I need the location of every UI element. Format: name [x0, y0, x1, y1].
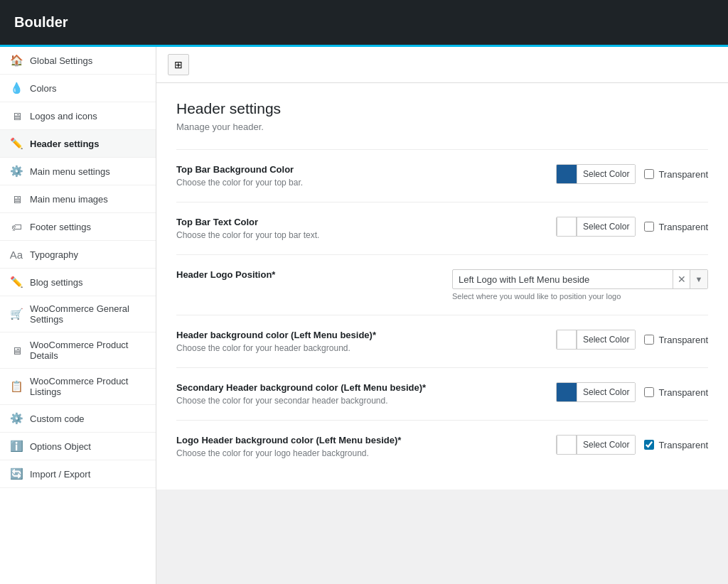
- sidebar-item-header-settings[interactable]: ✏️ Header settings: [0, 130, 156, 158]
- setting-label-header-logo-position: Header Logo Position*: [176, 269, 446, 280]
- transparent-label-logo-header-bg-color[interactable]: Transparent: [644, 440, 708, 450]
- color-label-header-bg-color: Select Color: [577, 330, 635, 349]
- setting-label-top-bar-text-color: Top Bar Text Color: [176, 217, 446, 227]
- sidebar-item-woocommerce-general[interactable]: 🛒 WooCommerce General Settings: [0, 296, 156, 332]
- sidebar-item-import-export[interactable]: 🔄 Import / Export: [0, 460, 156, 488]
- settings-row-header-bg-color: Header background color (Left Menu besid…: [176, 315, 708, 367]
- transparent-text-top-bar-text-color: Transparent: [658, 222, 708, 232]
- setting-label-secondary-header-bg-color: Secondary Header background color (Left …: [176, 382, 446, 393]
- color-label-top-bar-text-color: Select Color: [577, 217, 635, 236]
- sidebar-item-footer-settings[interactable]: 🏷 Footer settings: [0, 213, 156, 241]
- transparent-label-secondary-header-bg-color[interactable]: Transparent: [644, 387, 708, 398]
- color-btn-logo-header-bg-color[interactable]: Select Color: [556, 435, 636, 455]
- settings-rows: Top Bar Background Color Choose the colo…: [176, 149, 708, 472]
- transparent-checkbox-top-bar-bg-color[interactable]: [644, 169, 654, 179]
- sidebar-label-woocommerce-general: WooCommerce General Settings: [30, 303, 146, 325]
- sidebar-label-options-object: Options Object: [30, 441, 91, 452]
- grid-icon-button[interactable]: ⊞: [168, 54, 189, 75]
- color-swatch-header-bg-color: [557, 330, 577, 350]
- sidebar-item-main-menu-settings[interactable]: ⚙️ Main menu settings: [0, 158, 156, 185]
- top-bar: Boulder: [0, 0, 728, 47]
- settings-left-header-bg-color: Header background color (Left Menu besid…: [176, 330, 446, 353]
- app-title: Boulder: [14, 14, 68, 31]
- sidebar-label-global-settings: Global Settings: [30, 55, 92, 66]
- sidebar-icon-header-settings: ✏️: [10, 137, 23, 150]
- transparent-label-header-bg-color[interactable]: Transparent: [644, 335, 708, 345]
- select-field-header-logo-position: Left Logo with Left Menu besideCentered …: [452, 269, 708, 289]
- transparent-label-top-bar-bg-color[interactable]: Transparent: [644, 169, 708, 180]
- settings-right-logo-header-bg-color: Select ColorTransparent: [556, 435, 708, 455]
- transparent-checkbox-secondary-header-bg-color[interactable]: [644, 387, 654, 397]
- sidebar-label-woocommerce-product-details: WooCommerce Product Details: [30, 340, 146, 361]
- transparent-label-top-bar-text-color[interactable]: Transparent: [644, 222, 708, 232]
- setting-desc-top-bar-bg-color: Choose the color for your top bar.: [176, 178, 446, 188]
- sidebar-icon-typography: Aa: [10, 248, 23, 261]
- sidebar-item-blog-settings[interactable]: ✏️ Blog settings: [0, 269, 156, 296]
- color-btn-top-bar-text-color[interactable]: Select Color: [556, 217, 636, 237]
- settings-left-top-bar-text-color: Top Bar Text Color Choose the color for …: [176, 217, 446, 240]
- sidebar-item-logos-and-icons[interactable]: 🖥 Logos and icons: [0, 102, 156, 130]
- main-content: ⊞ Header settings Manage your header. To…: [156, 47, 728, 584]
- color-label-top-bar-bg-color: Select Color: [577, 165, 635, 183]
- sidebar-icon-options-object: ℹ️: [10, 440, 23, 453]
- sidebar-icon-colors: 💧: [10, 82, 23, 94]
- content-toolbar: ⊞: [156, 47, 728, 83]
- settings-row-top-bar-bg-color: Top Bar Background Color Choose the colo…: [176, 149, 708, 202]
- sidebar-icon-logos-and-icons: 🖥: [10, 109, 23, 122]
- sidebar-item-custom-code[interactable]: ⚙️ Custom code: [0, 405, 156, 433]
- sidebar-label-header-settings: Header settings: [30, 139, 100, 149]
- sidebar-label-main-menu-images: Main menu images: [30, 194, 108, 205]
- select-clear-header-logo-position[interactable]: ✕: [673, 270, 690, 288]
- content-body: Header settings Manage your header. Top …: [156, 83, 728, 490]
- setting-desc-logo-header-bg-color: Choose the color for your logo header ba…: [176, 448, 446, 458]
- sidebar-label-import-export: Import / Export: [30, 469, 90, 480]
- sidebar-label-typography: Typography: [30, 249, 78, 260]
- color-swatch-logo-header-bg-color: [557, 435, 577, 455]
- sidebar-item-typography[interactable]: Aa Typography: [0, 241, 156, 269]
- page-title: Header settings: [176, 100, 708, 117]
- color-btn-secondary-header-bg-color[interactable]: Select Color: [556, 382, 636, 402]
- color-label-logo-header-bg-color: Select Color: [577, 436, 635, 454]
- settings-left-top-bar-bg-color: Top Bar Background Color Choose the colo…: [176, 164, 446, 188]
- settings-right-top-bar-text-color: Select ColorTransparent: [556, 217, 708, 237]
- setting-label-top-bar-bg-color: Top Bar Background Color: [176, 164, 446, 175]
- color-btn-header-bg-color[interactable]: Select Color: [556, 330, 636, 350]
- page-subtitle: Manage your header.: [176, 121, 708, 132]
- sidebar-item-global-settings[interactable]: 🏠 Global Settings: [0, 47, 156, 75]
- setting-label-logo-header-bg-color: Logo Header background color (Left Menu …: [176, 435, 446, 445]
- sidebar-item-woocommerce-product-details[interactable]: 🖥 WooCommerce Product Details: [0, 332, 156, 369]
- select-input-header-logo-position[interactable]: Left Logo with Left Menu besideCentered …: [453, 274, 673, 285]
- sidebar-item-woocommerce-product-listings[interactable]: 📋 WooCommerce Product Listings: [0, 369, 156, 405]
- transparent-checkbox-header-bg-color[interactable]: [644, 335, 654, 345]
- sidebar-icon-footer-settings: 🏷: [10, 220, 23, 233]
- select-arrow-header-logo-position[interactable]: ▼: [690, 270, 707, 288]
- settings-right-top-bar-bg-color: Select ColorTransparent: [556, 164, 708, 184]
- sidebar-icon-custom-code: ⚙️: [10, 412, 23, 425]
- settings-row-logo-header-bg-color: Logo Header background color (Left Menu …: [176, 420, 708, 472]
- sidebar-icon-woocommerce-product-details: 🖥: [10, 344, 23, 357]
- transparent-text-logo-header-bg-color: Transparent: [658, 440, 708, 450]
- sidebar-label-logos-and-icons: Logos and icons: [30, 111, 97, 121]
- sidebar-label-main-menu-settings: Main menu settings: [30, 166, 110, 177]
- transparent-checkbox-top-bar-text-color[interactable]: [644, 222, 654, 232]
- setting-label-header-bg-color: Header background color (Left Menu besid…: [176, 330, 446, 340]
- select-hint-header-logo-position: Select where you would like to position …: [452, 292, 708, 301]
- sidebar-item-main-menu-images[interactable]: 🖥 Main menu images: [0, 185, 156, 213]
- transparent-checkbox-logo-header-bg-color[interactable]: [644, 440, 654, 450]
- settings-left-header-logo-position: Header Logo Position*: [176, 269, 446, 283]
- sidebar-icon-woocommerce-general: 🛒: [10, 308, 23, 320]
- setting-desc-header-bg-color: Choose the color for your header backgro…: [176, 343, 446, 353]
- sidebar-icon-global-settings: 🏠: [10, 54, 23, 67]
- setting-desc-top-bar-text-color: Choose the color for your top bar text.: [176, 230, 446, 240]
- settings-row-secondary-header-bg-color: Secondary Header background color (Left …: [176, 367, 708, 420]
- color-swatch-top-bar-text-color: [557, 217, 577, 237]
- sidebar-item-colors[interactable]: 💧 Colors: [0, 75, 156, 102]
- transparent-text-secondary-header-bg-color: Transparent: [658, 387, 708, 398]
- sidebar-icon-blog-settings: ✏️: [10, 276, 23, 288]
- sidebar-item-options-object[interactable]: ℹ️ Options Object: [0, 433, 156, 460]
- color-swatch-secondary-header-bg-color: [557, 382, 577, 402]
- settings-row-top-bar-text-color: Top Bar Text Color Choose the color for …: [176, 202, 708, 254]
- transparent-text-top-bar-bg-color: Transparent: [658, 169, 708, 180]
- color-btn-top-bar-bg-color[interactable]: Select Color: [556, 164, 636, 184]
- sidebar-icon-main-menu-images: 🖥: [10, 193, 23, 205]
